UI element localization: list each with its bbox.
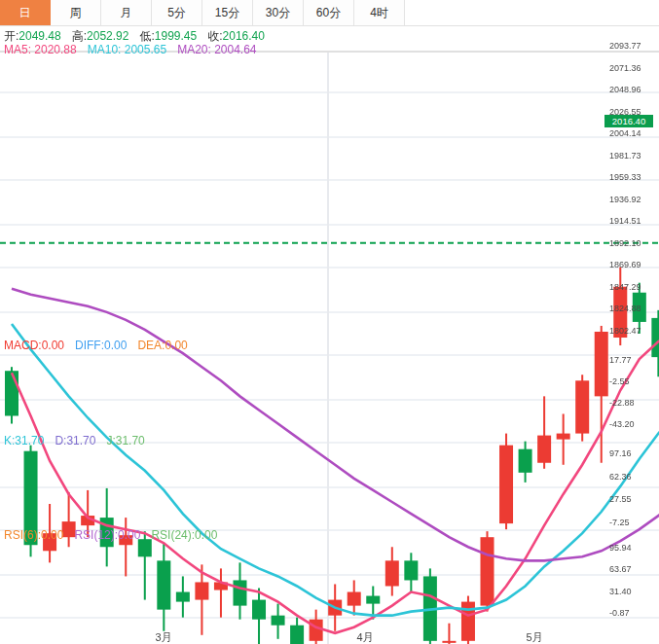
- axis-tick-label: -22.88: [609, 398, 635, 408]
- rsi-legend: RSI(6):0.00RSI(12):0.00RSI(24):0.00: [4, 528, 228, 542]
- tab-4时[interactable]: 4时: [354, 0, 405, 25]
- axis-tick-label: 31.40: [609, 587, 632, 596]
- legend-item: DIFF:0.00: [75, 339, 127, 352]
- axis-tick-label: 1847.29: [609, 282, 641, 292]
- legend-item: 开:2049.48: [4, 29, 61, 43]
- month-label: 3月: [151, 630, 176, 644]
- legend-item: 高:2052.92: [72, 29, 129, 43]
- kline-chart-canvas[interactable]: [0, 0, 659, 644]
- axis-tick-label: 2048.96: [609, 85, 641, 94]
- axis-tick-label: 1824.88: [609, 304, 641, 313]
- axis-tick-label: 2071.36: [609, 63, 641, 73]
- tab-周[interactable]: 周: [51, 0, 101, 25]
- legend-item: MACD:0.00: [4, 339, 64, 352]
- legend-item: MA10: 2005.65: [88, 43, 166, 56]
- legend-item: J:31.70: [106, 434, 144, 447]
- axis-tick-label: -43.20: [609, 419, 635, 429]
- legend-item: DEA:0.00: [137, 339, 187, 352]
- axis-tick-label: 17.77: [609, 355, 632, 365]
- axis-tick-label: 62.36: [609, 472, 632, 482]
- legend-item: RSI(6):0.00: [4, 528, 63, 542]
- axis-tick-label: 2004.14: [609, 128, 641, 138]
- legend-item: MA20: 2004.64: [177, 43, 256, 56]
- tab-5分[interactable]: 5分: [152, 0, 202, 25]
- month-label: 4月: [352, 630, 378, 644]
- legend-item: D:31.70: [55, 434, 95, 447]
- macd-legend: MACD:0.00DIFF:0.00DEA:0.00: [4, 339, 199, 352]
- month-label: 5月: [522, 630, 547, 644]
- axis-tick-label: 1914.51: [609, 216, 641, 226]
- axis-tick-label: 2093.77: [609, 41, 641, 51]
- axis-tick-label: 27.55: [609, 494, 632, 504]
- tab-月[interactable]: 月: [101, 0, 152, 25]
- legend-item: 低:1999.45: [139, 29, 197, 43]
- kdj-legend: K:31.70D:31.70J:31.70: [4, 434, 156, 447]
- axis-tick-label: 95.94: [609, 543, 632, 553]
- axis-tick-label: 1936.92: [609, 195, 641, 204]
- tab-60分[interactable]: 60分: [304, 0, 354, 25]
- tab-30分[interactable]: 30分: [253, 0, 304, 25]
- legend-item: 收:2016.40: [207, 29, 265, 43]
- axis-tick-label: 1892.10: [609, 238, 641, 248]
- axis-tick-label: 1802.47: [609, 326, 641, 336]
- tab-15分[interactable]: 15分: [202, 0, 253, 25]
- current-price-badge: 2016.40: [604, 115, 653, 127]
- kline-app: 日周月5分15分30分60分4时 开:2049.48高:2052.92低:199…: [0, 0, 659, 644]
- axis-tick-label: -0.87: [609, 608, 630, 618]
- axis-tick-label: -7.25: [609, 518, 630, 527]
- axis-tick-label: 63.67: [609, 564, 632, 574]
- legend-item: MA5: 2020.88: [4, 43, 77, 56]
- axis-tick-label: -2.55: [609, 376, 630, 386]
- axis-tick-label: 1959.33: [609, 172, 641, 182]
- axis-tick-label: 1869.69: [609, 260, 641, 269]
- legend-item: RSI(12):0.00: [74, 528, 140, 542]
- legend-item: RSI(24):0.00: [151, 528, 217, 542]
- axis-tick-label: 1981.73: [609, 151, 641, 161]
- ma-legend: MA5: 2020.88MA10: 2005.65MA20: 2004.64: [4, 43, 268, 56]
- tab-日[interactable]: 日: [0, 0, 51, 25]
- tab-bar: 日周月5分15分30分60分4时: [0, 0, 659, 26]
- axis-tick-label: 97.16: [609, 448, 632, 458]
- legend-item: K:31.70: [4, 434, 44, 447]
